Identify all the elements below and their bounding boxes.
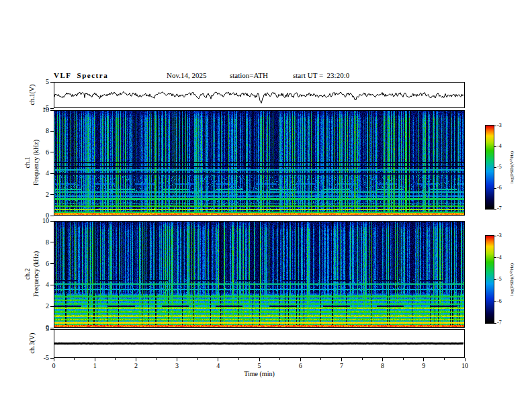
colorbar-tick xyxy=(494,301,496,302)
x-tick-label: 10 xyxy=(461,362,468,369)
x-minor-tick xyxy=(362,358,363,360)
colorbar-tick-label: -7 xyxy=(497,320,502,326)
y-tick-label: -5 xyxy=(34,354,49,361)
colorbar-tick-label: -6 xyxy=(497,185,502,191)
ch3-waveform-panel xyxy=(54,329,465,358)
x-minor-tick xyxy=(197,358,198,360)
ch1-waveform-panel xyxy=(54,82,465,108)
y-tick xyxy=(50,242,54,242)
colorbar-tick-label: -3 xyxy=(497,232,502,238)
y-tick xyxy=(50,82,54,83)
x-tick xyxy=(382,358,383,361)
colorbar-tick xyxy=(494,323,496,324)
x-minor-tick xyxy=(444,358,445,360)
y-tick xyxy=(50,328,54,328)
ch1-frequency-axis-label: Frequency (kHz) xyxy=(32,140,40,185)
y-tick-label: 5 xyxy=(34,78,49,85)
y-tick-label: 8 xyxy=(34,127,49,134)
colorbar-tick xyxy=(494,126,496,126)
colorbar-tick xyxy=(494,167,496,168)
ch2-channel-label: ch.2 xyxy=(24,269,31,280)
y-tick xyxy=(50,216,54,216)
x-tick xyxy=(259,358,260,361)
colorbar-tick-label: -3 xyxy=(497,122,502,128)
station-label: station=ATH xyxy=(230,71,268,79)
y-tick xyxy=(50,131,54,132)
ch3-waveform-canvas xyxy=(54,330,464,357)
figure-date: Nov.14, 2025 xyxy=(167,71,206,79)
x-tick-label: 0 xyxy=(52,362,56,369)
x-tick-label: 6 xyxy=(299,362,302,369)
x-tick-label: 8 xyxy=(381,362,384,369)
y-tick-label: 5 xyxy=(34,325,49,332)
colorbar-tick-label: -4 xyxy=(497,255,502,261)
time-axis-label: Time (min) xyxy=(244,370,274,377)
x-minor-tick xyxy=(115,358,116,360)
y-tick-label: 10 xyxy=(34,106,49,113)
x-minor-tick xyxy=(403,358,404,360)
ch1-spectrogram-canvas xyxy=(54,111,464,215)
ch2-spectrogram-canvas xyxy=(54,222,464,327)
colorbar-tick xyxy=(494,257,496,258)
colorbar-ch2-label: log(PSD)(V²/Hz) xyxy=(509,263,515,295)
x-tick xyxy=(465,358,466,361)
ch3-voltage-axis-label: ch.3(V) xyxy=(28,333,36,354)
x-tick-label: 1 xyxy=(93,362,97,369)
vlf-spectra-figure: VLF Spectra Nov.14, 2025 station=ATH sta… xyxy=(0,0,532,411)
x-tick xyxy=(300,358,301,361)
colorbar-ch2 xyxy=(485,235,494,324)
y-tick-label: 4 xyxy=(34,169,49,177)
y-tick-label: 8 xyxy=(34,238,49,246)
colorbar-tick-label: -7 xyxy=(497,205,502,212)
x-tick-label: 4 xyxy=(216,362,220,369)
x-tick xyxy=(95,358,95,361)
figure-title: VLF Spectra xyxy=(54,71,108,79)
y-tick xyxy=(50,329,54,330)
y-tick-label: 2 xyxy=(34,191,49,198)
y-tick-label: 6 xyxy=(34,148,49,156)
y-tick xyxy=(50,221,54,222)
x-tick xyxy=(218,358,218,361)
y-tick xyxy=(50,263,54,264)
ch1-spectrogram-panel xyxy=(54,110,465,216)
x-minor-tick xyxy=(157,358,157,360)
x-tick xyxy=(423,358,424,361)
x-minor-tick xyxy=(238,358,239,360)
ch1-waveform-canvas xyxy=(54,83,464,107)
y-tick xyxy=(50,173,54,174)
y-tick xyxy=(50,110,54,111)
y-tick xyxy=(50,194,54,195)
colorbar-tick-label: -5 xyxy=(497,276,502,282)
ch1-channel-label: ch.1 xyxy=(24,157,31,169)
x-tick-label: 9 xyxy=(422,362,425,369)
colorbar-ch1-label: log(PSD)(V²/Hz) xyxy=(509,151,515,183)
y-tick-label: 10 xyxy=(34,217,49,224)
y-tick-label: 4 xyxy=(34,281,49,288)
colorbar-tick-label: -6 xyxy=(497,298,502,304)
x-minor-tick xyxy=(320,358,321,360)
x-tick-label: 5 xyxy=(258,362,261,369)
colorbar-ch1-gradient xyxy=(486,126,494,209)
x-tick xyxy=(54,358,54,361)
x-tick-label: 2 xyxy=(134,362,138,369)
start-ut-label: start UT = 23:20:0 xyxy=(293,71,349,79)
colorbar-tick-label: -5 xyxy=(497,164,502,170)
colorbar-tick xyxy=(494,236,496,236)
ch2-frequency-axis-label: Frequency (kHz) xyxy=(32,251,40,297)
x-tick-label: 3 xyxy=(175,362,179,369)
colorbar-ch2-gradient xyxy=(486,236,494,323)
y-tick xyxy=(50,285,54,285)
y-tick-label: 6 xyxy=(34,260,49,267)
x-tick xyxy=(177,358,177,361)
colorbar-tick xyxy=(494,209,496,210)
y-tick xyxy=(50,358,54,359)
colorbar-tick-label: -4 xyxy=(497,143,502,149)
x-minor-tick xyxy=(74,358,75,360)
x-tick-label: 7 xyxy=(340,362,343,369)
y-tick xyxy=(50,108,54,109)
y-tick xyxy=(50,152,54,152)
x-minor-tick xyxy=(279,358,280,360)
x-tick xyxy=(136,358,136,361)
colorbar-tick xyxy=(494,188,496,189)
colorbar-tick xyxy=(494,146,496,147)
